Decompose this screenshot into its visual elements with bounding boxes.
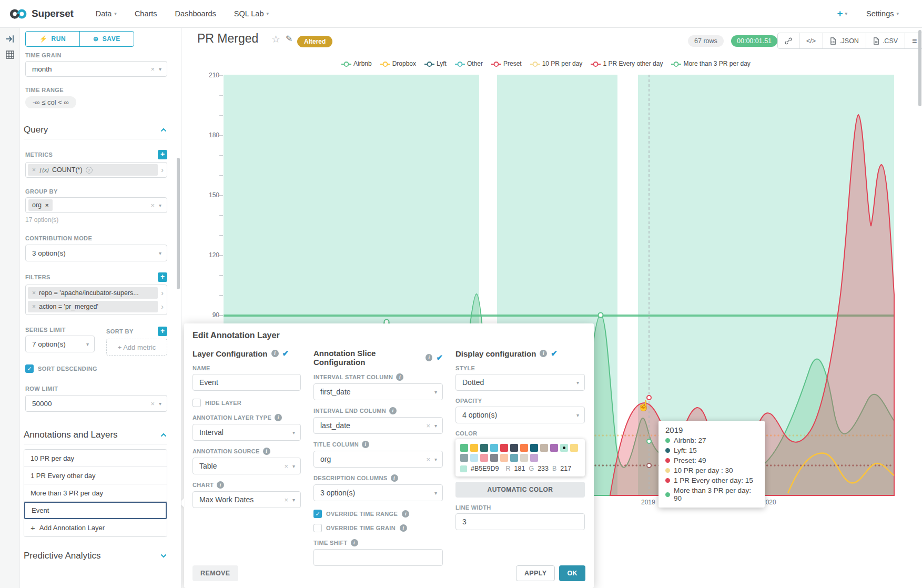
- color-swatch[interactable]: [470, 454, 478, 462]
- export-json-button[interactable]: .JSON: [823, 33, 866, 48]
- description-columns-select[interactable]: 3 option(s)▾: [313, 484, 443, 501]
- datasource-grid-icon[interactable]: [5, 50, 15, 59]
- nav-data[interactable]: Data▾: [96, 9, 117, 18]
- remove-metric-icon[interactable]: ×: [32, 166, 36, 174]
- info-icon[interactable]: i: [275, 414, 282, 421]
- interval-end-column-select[interactable]: last_date×▾: [313, 417, 443, 434]
- color-swatch[interactable]: [520, 454, 528, 462]
- annotation-layer-item[interactable]: 10 PR per day: [24, 450, 167, 467]
- color-swatch[interactable]: [520, 444, 528, 452]
- name-input[interactable]: [192, 374, 301, 391]
- contribution-mode-select[interactable]: 3 option(s) ▾: [25, 245, 167, 261]
- legend-item[interactable]: 10 PR per day: [530, 60, 583, 67]
- annotation-layer-item-selected[interactable]: Event: [24, 502, 167, 519]
- superset-logo[interactable]: Superset: [9, 8, 74, 19]
- favorite-star-icon[interactable]: ☆: [271, 33, 280, 45]
- altered-badge[interactable]: Altered: [297, 36, 332, 47]
- query-duration-pill[interactable]: 00:00:01.51: [731, 35, 777, 47]
- info-icon[interactable]: i: [396, 373, 403, 381]
- save-button[interactable]: ⊕SAVE: [80, 32, 134, 46]
- hide-layer-checkbox[interactable]: HIDE LAYER: [192, 399, 301, 407]
- annotation-layer-type-select[interactable]: Interval▾: [192, 424, 301, 441]
- override-time-grain-checkbox[interactable]: OVERRIDE TIME GRAINi: [313, 524, 443, 532]
- group-by-select[interactable]: org× × ▾: [25, 197, 167, 213]
- settings-menu[interactable]: Settings▾: [866, 9, 899, 18]
- run-button[interactable]: ⚡RUN: [26, 32, 80, 46]
- share-link-button[interactable]: [778, 33, 799, 48]
- metric-chip[interactable]: × ƒ(x) COUNT(*) ?: [28, 164, 158, 176]
- legend-item[interactable]: Airbnb: [341, 60, 372, 67]
- ok-button[interactable]: OK: [559, 565, 585, 581]
- title-column-select[interactable]: org×▾: [313, 451, 443, 468]
- add-filter-button[interactable]: +: [158, 272, 167, 282]
- filter-chip[interactable]: ×repo = 'apache/incubator-supers...: [28, 287, 158, 299]
- color-swatch[interactable]: [500, 454, 508, 462]
- color-swatch[interactable]: [480, 444, 488, 452]
- group-by-chip[interactable]: org×: [28, 199, 53, 211]
- clear-icon[interactable]: ×: [150, 201, 155, 209]
- add-annotation-layer-button[interactable]: + Add Annotation Layer: [24, 519, 167, 536]
- clear-icon[interactable]: ×: [150, 400, 155, 408]
- legend-item[interactable]: Dropbox: [380, 60, 416, 67]
- color-swatch[interactable]: [470, 444, 478, 452]
- info-icon[interactable]: i: [217, 481, 224, 489]
- nav-charts[interactable]: Charts: [135, 9, 157, 18]
- rgb-g-value[interactable]: 233: [538, 465, 549, 472]
- clear-icon[interactable]: ×: [150, 65, 155, 73]
- window-scrollbar[interactable]: [918, 30, 921, 106]
- color-swatch[interactable]: [490, 454, 498, 462]
- edit-properties-icon[interactable]: ✎: [286, 34, 292, 44]
- info-icon[interactable]: i: [271, 350, 279, 357]
- legend-item[interactable]: Preset: [491, 60, 522, 67]
- question-circle-icon[interactable]: ?: [86, 167, 93, 174]
- annotation-source-select[interactable]: Table×▾: [192, 458, 301, 474]
- info-icon[interactable]: i: [362, 441, 369, 448]
- automatic-color-button[interactable]: AUTOMATIC COLOR: [455, 482, 585, 498]
- color-swatch-selected[interactable]: [560, 444, 568, 452]
- color-swatch[interactable]: [480, 454, 488, 462]
- new-item-button[interactable]: +▾: [837, 8, 847, 19]
- series-limit-select[interactable]: 7 option(s) ▾: [25, 336, 95, 352]
- color-swatch[interactable]: [570, 444, 578, 452]
- rgb-r-value[interactable]: 181: [514, 465, 525, 472]
- color-swatch[interactable]: [550, 444, 558, 452]
- info-icon[interactable]: i: [351, 539, 358, 546]
- view-query-button[interactable]: </>: [799, 33, 823, 48]
- annotation-layer-item[interactable]: 1 PR Every other day: [24, 467, 167, 484]
- clear-icon[interactable]: ×: [284, 462, 288, 470]
- time-shift-input[interactable]: [313, 549, 443, 566]
- remove-filter-icon[interactable]: ×: [32, 289, 36, 297]
- info-icon[interactable]: i: [402, 510, 409, 518]
- color-swatch[interactable]: [530, 444, 538, 452]
- legend-item[interactable]: Other: [454, 60, 483, 67]
- clear-icon[interactable]: ×: [426, 422, 430, 430]
- hex-value[interactable]: #B5E9D9: [471, 465, 499, 472]
- collapse-panel-icon[interactable]: [5, 34, 15, 44]
- override-time-range-checkbox[interactable]: ✓ OVERRIDE TIME RANGEi: [313, 510, 443, 518]
- info-icon[interactable]: i: [400, 524, 407, 532]
- sort-by-add-metric[interactable]: + Add metric: [106, 339, 167, 356]
- remove-button[interactable]: REMOVE: [192, 565, 238, 581]
- color-swatch[interactable]: [510, 454, 518, 462]
- color-swatch[interactable]: [460, 454, 468, 462]
- legend-item[interactable]: More than 3 PR per day: [671, 60, 750, 67]
- line-width-input[interactable]: [455, 513, 585, 530]
- color-swatch[interactable]: [460, 444, 468, 452]
- remove-filter-icon[interactable]: ×: [32, 303, 36, 310]
- annotation-layer-item[interactable]: More than 3 PR per day: [24, 484, 167, 502]
- style-select[interactable]: Dotted▾: [455, 374, 585, 391]
- color-swatch[interactable]: [490, 444, 498, 452]
- row-limit-select[interactable]: 50000 × ▾: [25, 395, 167, 412]
- clear-icon[interactable]: ×: [426, 455, 430, 463]
- add-metric-button[interactable]: +: [158, 150, 167, 159]
- panel-scrollbar[interactable]: [177, 158, 180, 289]
- color-swatch[interactable]: [530, 454, 538, 462]
- annotations-section-header[interactable]: Annotations and Layers: [24, 430, 167, 440]
- color-swatch[interactable]: [510, 444, 518, 452]
- sort-descending-checkbox[interactable]: ✓ SORT DESCENDING: [25, 364, 167, 373]
- info-icon[interactable]: i: [425, 354, 432, 361]
- apply-button[interactable]: APPLY: [516, 565, 555, 581]
- legend-item[interactable]: Lyft: [424, 60, 447, 67]
- legend-item[interactable]: 1 PR Every other day: [590, 60, 663, 67]
- rgb-b-value[interactable]: 217: [560, 465, 571, 472]
